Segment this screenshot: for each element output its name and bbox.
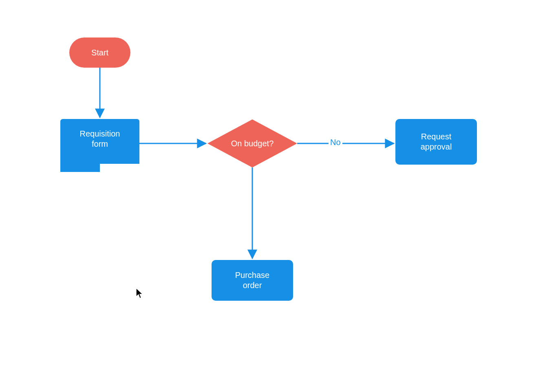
node-request-label-1: Request bbox=[421, 132, 452, 142]
node-requisition-form[interactable]: Requisition form bbox=[60, 119, 139, 164]
cursor-icon bbox=[135, 288, 144, 299]
edge-label-no: No bbox=[329, 138, 342, 147]
node-purchase-label-2: order bbox=[235, 280, 270, 291]
node-start-label: Start bbox=[91, 48, 108, 58]
node-requisition-label-2: form bbox=[80, 139, 120, 149]
node-requisition-label-1: Requisition bbox=[80, 129, 120, 139]
flowchart-canvas[interactable]: Start Requisition form On budget? Purcha… bbox=[0, 0, 556, 392]
node-decision-on-budget[interactable]: On budget? bbox=[207, 119, 297, 167]
node-request-approval[interactable]: Request approval bbox=[395, 119, 477, 165]
node-request-label-2: approval bbox=[421, 142, 452, 152]
node-start[interactable]: Start bbox=[69, 37, 130, 68]
node-purchase-label-1: Purchase bbox=[235, 270, 270, 280]
node-decision-label: On budget? bbox=[231, 139, 274, 149]
node-purchase-order[interactable]: Purchase order bbox=[212, 260, 293, 301]
